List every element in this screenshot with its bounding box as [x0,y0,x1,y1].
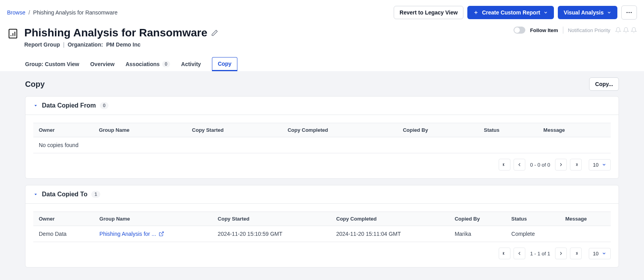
tab-label: Associations [125,61,159,67]
col-by[interactable]: Copied By [397,123,478,137]
pager-first-button[interactable] [499,159,510,171]
bell-icon[interactable] [631,27,637,33]
visual-analysis-button[interactable]: Visual Analysis [558,6,617,19]
plus-icon [473,10,479,15]
breadcrumb-browse[interactable]: Browse [7,9,25,16]
pager-range: 0 - 0 of 0 [528,162,552,168]
copy-action-button[interactable]: Copy... [589,77,619,91]
bell-icon[interactable] [615,27,621,33]
page-size-select[interactable]: 10 [589,159,611,171]
col-status[interactable]: Status [506,212,560,226]
section-heading: Copy [25,80,45,89]
tab-copy[interactable]: Copy [212,57,237,71]
cell-completed: 2024-11-20 15:11:04 GMT [331,226,449,242]
chevron-down-icon [602,162,606,167]
col-completed[interactable]: Copy Completed [282,123,397,137]
col-owner[interactable]: Owner [33,123,93,137]
group-link-text: Phishing Analysis for ... [99,231,156,237]
tab-label: Activity [181,61,201,67]
col-started[interactable]: Copy Started [212,212,331,226]
cell-started: 2024-11-20 15:10:59 GMT [212,226,331,242]
panel-header-from[interactable]: Data Copied From 0 [25,97,619,115]
revert-legacy-button[interactable]: Revert to Legacy View [394,6,463,19]
group-link[interactable]: Phishing Analysis for ... [99,231,164,237]
pager-first-button[interactable] [499,248,510,259]
pager-next-button[interactable] [555,248,567,259]
organization-name: PM Demo Inc [106,41,141,48]
col-message[interactable]: Message [560,212,611,226]
report-icon [7,28,19,39]
pager-from: 0 - 0 of 0 10 [33,159,611,171]
cell-owner: Demo Data [33,226,94,242]
col-group[interactable]: Group Name [94,212,212,226]
tab-associations[interactable]: Associations 0 [125,57,170,71]
page-title: Phishing Analysis for Ransomware [24,27,207,39]
tab-label: Group: Custom View [25,61,79,67]
pager-last-button[interactable] [570,248,582,259]
empty-message: No copies found [33,137,611,153]
col-owner[interactable]: Owner [33,212,94,226]
svg-point-2 [626,12,628,13]
external-link-icon [159,231,164,237]
col-group[interactable]: Group Name [93,123,186,137]
tabs: Group: Custom View Overview Associations… [7,57,637,71]
breadcrumb-separator: / [29,9,30,16]
notification-bells [615,27,637,33]
copied-to-table: Owner Group Name Copy Started Copy Compl… [33,212,611,242]
divider [563,27,563,34]
panel-title-to: Data Copied To [42,191,87,198]
svg-point-3 [629,12,630,13]
copy-action-label: Copy... [595,81,613,87]
subtitle: Report Group | Organization: PM Demo Inc [24,41,218,48]
edit-icon[interactable] [211,29,218,36]
revert-legacy-label: Revert to Legacy View [400,9,458,16]
chevron-down-icon [607,10,611,15]
cell-by: Marika [449,226,506,242]
bell-icon[interactable] [623,27,629,33]
follow-item-toggle[interactable] [514,27,525,34]
col-started[interactable]: Copy Started [186,123,282,137]
visual-analysis-label: Visual Analysis [564,9,604,16]
breadcrumb-current: Phishing Analysis for Ransomware [33,9,118,16]
chevron-down-icon [602,251,606,256]
cell-message [560,226,611,242]
pager-range: 1 - 1 of 1 [528,251,552,257]
tab-label: Overview [90,61,114,67]
chevron-down-icon [543,10,548,15]
report-group-label: Report Group [24,41,60,48]
pager-next-button[interactable] [555,159,567,171]
pager-prev-button[interactable] [514,248,525,259]
svg-marker-12 [34,194,37,196]
breadcrumb: Browse / Phishing Analysis for Ransomwar… [7,9,118,16]
pager-prev-button[interactable] [514,159,525,171]
tab-label: Copy [218,61,232,67]
cell-group: Phishing Analysis for ... [94,226,212,242]
panel-count-to: 1 [91,191,100,198]
copied-from-table: Owner Group Name Copy Started Copy Compl… [33,123,611,153]
follow-item-label: Follow Item [530,27,558,33]
pager-last-button[interactable] [570,159,582,171]
associations-count-badge: 0 [162,61,170,67]
tab-overview[interactable]: Overview [90,57,114,71]
col-by[interactable]: Copied By [449,212,506,226]
organization-label: Organization: [68,41,103,48]
col-completed[interactable]: Copy Completed [331,212,449,226]
col-message[interactable]: Message [538,123,611,137]
page-size-value: 10 [593,162,599,168]
page-size-select[interactable]: 10 [589,248,611,259]
table-row: Demo Data Phishing Analysis for ... 2024… [33,226,611,242]
data-copied-from-panel: Data Copied From 0 Owner Group Name Copy… [25,96,619,179]
tab-group-custom-view[interactable]: Group: Custom View [25,57,79,71]
more-actions-button[interactable] [621,5,637,20]
ellipsis-icon [626,9,633,16]
notification-priority-label: Notification Priority [568,27,610,33]
create-custom-report-label: Create Custom Report [482,9,540,16]
data-copied-to-panel: Data Copied To 1 Owner Group Name Copy S… [25,185,619,267]
panel-count-from: 0 [100,102,109,109]
svg-point-4 [631,12,632,13]
panel-header-to[interactable]: Data Copied To 1 [25,185,619,204]
col-status[interactable]: Status [478,123,538,137]
create-custom-report-button[interactable]: Create Custom Report [467,6,554,19]
caret-down-icon [33,192,38,197]
tab-activity[interactable]: Activity [181,57,201,71]
